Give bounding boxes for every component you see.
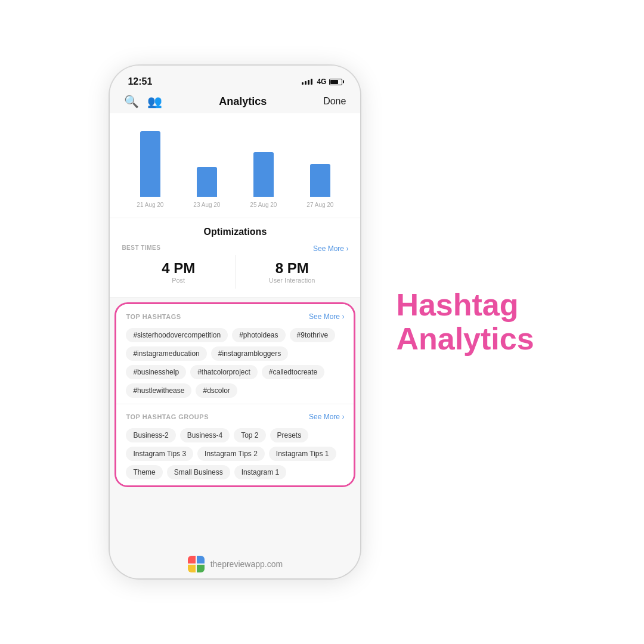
group-tags: Business-2 Business-4 Top 2 Presets Inst… <box>126 428 344 479</box>
best-times-label: BEST TIMES <box>122 244 160 251</box>
network-label: 4G <box>317 78 326 86</box>
people-icon[interactable]: 👥 <box>147 94 162 109</box>
group-tag-4[interactable]: Instagram Tips 3 <box>126 447 193 461</box>
top-hashtag-groups-label: TOP HASHTAG GROUPS <box>126 413 209 420</box>
app-logo <box>188 556 205 572</box>
group-tag-9[interactable]: Instagram 1 <box>234 465 286 479</box>
bar-group-3 <box>253 152 274 197</box>
group-tag-2[interactable]: Top 2 <box>234 428 265 442</box>
hashtag-tag-8[interactable]: #hustlewithease <box>126 383 191 398</box>
hashtag-tag-9[interactable]: #dscolor <box>196 383 237 398</box>
status-icons: 4G <box>302 78 342 86</box>
bar-2 <box>197 167 217 197</box>
interaction-time-item: 8 PM User Interaction <box>236 255 349 289</box>
hashtag-tags: #sisterhoodovercompetition #photoideas #… <box>126 328 344 398</box>
hashtag-tag-5[interactable]: #businesshelp <box>126 365 186 379</box>
hashtag-tag-3[interactable]: #instagrameducation <box>126 346 206 361</box>
hashtag-tag-1[interactable]: #photoideas <box>232 328 285 342</box>
chart-label-3: 25 Aug 20 <box>250 202 277 208</box>
group-tag-6[interactable]: Instagram Tips 1 <box>269 447 336 461</box>
hashtag-tag-0[interactable]: #sisterhoodovercompetition <box>126 328 228 342</box>
bar-group-4 <box>310 164 330 197</box>
top-hashtag-groups-block: TOP HASHTAG GROUPS See More › Business-2… <box>116 404 354 485</box>
footer-url: thepreviewapp.com <box>210 559 283 569</box>
nav-bar: 🔍 👥 Analytics Done <box>110 91 360 113</box>
chart-label-4: 27 Aug 20 <box>306 202 333 208</box>
chart-area <box>122 119 348 197</box>
chart-section: 21 Aug 20 23 Aug 20 25 Aug 20 27 Aug 20 <box>110 113 360 218</box>
battery-icon <box>329 79 342 85</box>
hashtags-outer: TOP HASHTAGS See More › #sisterhoodoverc… <box>114 302 355 487</box>
chart-label-1: 21 Aug 20 <box>137 202 163 208</box>
bar-4 <box>310 164 330 197</box>
times-container: 4 PM Post 8 PM User Interaction <box>122 255 348 289</box>
optimizations-section: Optimizations BEST TIMES See More › 4 PM… <box>110 218 360 298</box>
highlighted-area: TOP HASHTAGS See More › #sisterhoodoverc… <box>110 298 360 545</box>
hashtag-tag-2[interactable]: #9tothrive <box>290 328 336 342</box>
status-time: 12:51 <box>128 76 152 87</box>
best-times-see-more[interactable]: See More › <box>313 244 348 253</box>
group-tag-0[interactable]: Business-2 <box>126 428 175 442</box>
search-icon[interactable]: 🔍 <box>124 94 139 109</box>
phone-mockup: 12:51 4G 🔍 👥 Analytics Done <box>110 66 360 578</box>
nav-icons-left: 🔍 👥 <box>124 94 162 109</box>
top-hashtags-label: TOP HASHTAGS <box>126 313 181 320</box>
top-hashtags-see-more[interactable]: See More › <box>309 312 344 321</box>
side-heading-line1: Hashtag <box>396 288 518 322</box>
page-container: 12:51 4G 🔍 👥 Analytics Done <box>0 0 644 644</box>
hashtag-tag-4[interactable]: #instagrambloggers <box>211 346 288 361</box>
group-tag-1[interactable]: Business-4 <box>180 428 230 442</box>
signal-bars-icon <box>302 79 312 85</box>
bar-group-1 <box>140 131 160 197</box>
chart-label-2: 23 Aug 20 <box>193 202 220 208</box>
top-hashtags-block: TOP HASHTAGS See More › #sisterhoodoverc… <box>116 304 354 404</box>
interaction-time-value: 8 PM <box>236 260 349 277</box>
bar-3 <box>253 152 274 197</box>
post-time-desc: Post <box>122 277 235 284</box>
side-text: Hashtag Analytics <box>396 288 534 356</box>
hashtag-tag-6[interactable]: #thatcolorproject <box>190 365 258 379</box>
top-hashtags-header: TOP HASHTAGS See More › <box>126 312 344 321</box>
best-times-row: BEST TIMES See More › <box>122 244 348 253</box>
top-hashtag-groups-see-more[interactable]: See More › <box>309 413 344 421</box>
footer: thepreviewapp.com <box>110 545 360 578</box>
interaction-time-desc: User Interaction <box>236 277 349 284</box>
group-tag-5[interactable]: Instagram Tips 2 <box>197 447 265 461</box>
group-tag-3[interactable]: Presets <box>270 428 309 442</box>
done-button[interactable]: Done <box>323 96 346 107</box>
side-heading-line2: Analytics <box>396 322 534 356</box>
nav-title: Analytics <box>219 95 267 108</box>
group-tag-8[interactable]: Small Business <box>167 465 230 479</box>
top-hashtag-groups-header: TOP HASHTAG GROUPS See More › <box>126 413 344 421</box>
hashtag-tag-7[interactable]: #calledtocreate <box>262 365 324 379</box>
bar-group-2 <box>197 167 217 197</box>
post-time-value: 4 PM <box>122 260 235 277</box>
group-tag-7[interactable]: Theme <box>126 465 162 479</box>
post-time-item: 4 PM Post <box>122 255 236 289</box>
bar-1 <box>140 131 160 197</box>
status-bar: 12:51 4G <box>110 66 360 91</box>
optimizations-title: Optimizations <box>122 227 348 237</box>
chart-labels: 21 Aug 20 23 Aug 20 25 Aug 20 27 Aug 20 <box>122 202 348 208</box>
